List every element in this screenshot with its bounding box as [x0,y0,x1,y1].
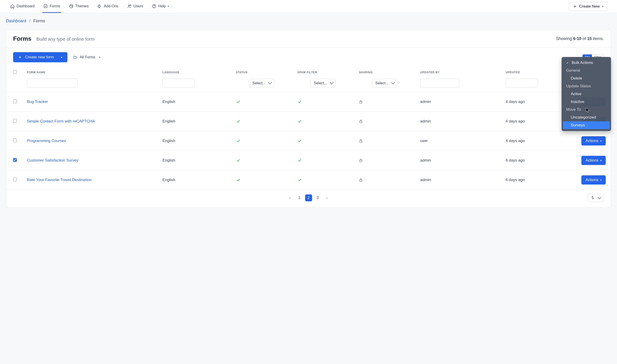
filter-name-input[interactable] [27,78,78,87]
nav-dashboard[interactable]: Dashboard [9,0,35,13]
table-row: Programming Courses English user 4 days … [6,131,611,151]
plus-icon [18,55,22,59]
check-icon [236,178,287,182]
nav-label: Users [134,4,143,8]
row-checkbox[interactable] [13,119,17,123]
breadcrumb-current: Forms [33,19,45,23]
forms-card: Forms Build any type of online form Show… [6,30,611,208]
col-language: LANGUAGE [157,67,231,77]
row-checkbox[interactable] [13,100,17,103]
breadcrumb-root[interactable]: Dashboard [6,19,26,23]
cell-updated: 6 days ago [501,151,574,170]
check-icon [236,158,287,163]
bulk-group-moveto: Move To [563,106,610,114]
row-actions-button[interactable]: Actions ▾ [581,156,606,165]
cell-updated-by: admin [415,170,500,190]
filter-status-select[interactable]: Select... [249,79,274,87]
bulk-surveys[interactable]: Surveys [563,121,610,129]
nav-themes[interactable]: Themes [68,0,90,13]
showing-of: of [581,36,587,41]
toolbar: Create new form ▾ All Forms ▾ ON Filter [6,48,611,67]
page-1[interactable]: 1 [296,195,303,201]
create-form-button[interactable]: Create new form ▾ [13,52,67,62]
puzzle-icon [97,4,102,9]
svg-point-1 [69,4,73,8]
check-icon [297,178,349,182]
bulk-uncategorized[interactable]: Uncategorized [563,114,610,121]
svg-point-3 [71,5,72,6]
page-size-select[interactable]: 5 [592,196,594,200]
filter-language-input[interactable] [162,78,195,87]
nav-forms[interactable]: Forms [42,0,61,13]
chevron-down-icon: ▾ [61,56,62,59]
folder-filter-label: All Forms [80,55,95,59]
svg-rect-13 [360,180,362,181]
check-icon [236,100,287,104]
svg-point-2 [70,5,71,6]
bulk-inactive[interactable]: Inactive [563,98,610,106]
table-row: Bug Tracker English admin 4 days ago Act… [6,92,611,112]
row-actions-button[interactable]: Actions ▾ [581,175,606,184]
nav-users[interactable]: Users [126,0,144,13]
bulk-title[interactable]: Bulk Actions [563,59,610,67]
row-checkbox[interactable] [13,158,17,162]
showing-count: Showing 6-10 of 15 items. [556,36,604,41]
folder-icon [73,55,78,59]
bulk-delete[interactable]: Delete [563,75,610,82]
select-all-checkbox[interactable] [13,70,17,74]
cell-updated-by: admin [415,112,500,131]
bulk-group-general: General [563,67,610,75]
pagination-row: « 1 2 3 » 5 [6,190,611,207]
row-actions-button[interactable]: Actions ▾ [581,136,606,145]
form-link[interactable]: Customer Satisfaction Survey [27,158,79,162]
nav-label: Forms [50,4,60,8]
folder-filter[interactable]: All Forms ▾ [73,55,100,59]
cell-language: English [157,92,231,112]
filter-updated-input[interactable] [506,78,538,87]
filter-sharing-select[interactable]: Select... [372,79,397,87]
svg-rect-9 [360,102,362,103]
create-form-label: Create new form [25,55,54,60]
form-link[interactable]: Programming Courses [27,139,66,143]
page-3[interactable]: 3 [314,195,321,201]
cell-language: English [157,170,231,190]
nav-help[interactable]: Help ▾ [151,0,170,13]
table-row: Customer Satisfaction Survey English adm… [6,151,611,170]
form-link[interactable]: Simple Contact Form with reCAPTCHA [27,119,95,123]
create-new-button[interactable]: Create New ▾ [569,2,608,11]
plus-icon [573,5,577,8]
showing-range: 6-10 [573,36,581,41]
row-checkbox[interactable] [13,139,17,142]
filter-updatedby-input[interactable] [420,78,459,87]
nav-label: Dashboard [16,4,35,8]
form-link[interactable]: Bug Tracker [27,100,48,104]
cell-updated-by: admin [415,151,500,170]
nav-addons[interactable]: Add-Ons [96,0,119,13]
nav-label: Themes [75,4,89,8]
page-subtitle: Build any type of online form [36,37,94,42]
row-checkbox[interactable] [13,178,17,181]
cell-updated: 6 days ago [501,170,574,190]
page-2[interactable]: 2 [305,195,312,201]
cell-updated-by: user [415,131,500,151]
page-next[interactable]: » [323,195,330,201]
lock-icon [359,178,410,182]
form-link[interactable]: Rate Your Favorite Travel Destination [27,178,92,182]
svg-rect-11 [360,141,362,142]
nav-label: Add-Ons [104,4,118,8]
chevron-down-icon: ▾ [600,159,602,162]
check-icon [297,119,349,124]
table-row: Rate Your Favorite Travel Destination En… [6,170,611,190]
cell-language: English [157,112,231,131]
svg-point-4 [72,6,72,7]
nav-label: Help [158,4,166,8]
lock-icon [359,119,410,123]
help-icon [152,4,156,9]
create-new-label: Create New [579,4,600,9]
pagination: « 1 2 3 » [287,195,330,201]
filter-spam-select[interactable]: Select... [310,79,336,87]
showing-suffix: items. [592,36,604,41]
bulk-active[interactable]: Active [563,90,610,98]
page-prev[interactable]: « [287,195,294,201]
svg-rect-0 [44,5,47,8]
